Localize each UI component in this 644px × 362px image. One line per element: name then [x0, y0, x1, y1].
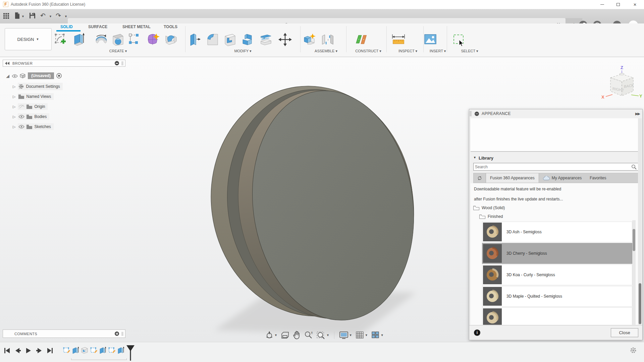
appearance-header[interactable]: APPEARANCE ▶▶ [469, 109, 642, 118]
zoom-tool-icon[interactable]: ± [304, 331, 313, 340]
maximize-button[interactable] [610, 0, 626, 9]
pan-tool-icon[interactable] [293, 331, 301, 340]
orbit-tool-icon[interactable]: ▼ [265, 331, 277, 340]
timeline-feature-extrude2[interactable] [99, 346, 107, 354]
timeline-feature-box[interactable] [80, 346, 89, 354]
measure-tool-icon[interactable] [392, 32, 405, 47]
refresh-library-icon[interactable] [474, 173, 486, 183]
workspace-selector[interactable]: DESIGN ▼ [5, 28, 52, 50]
save-icon[interactable] [30, 13, 35, 20]
browser-item-named-views[interactable]: ▷ Named Views [13, 93, 54, 101]
offset-face-tool-icon[interactable] [259, 32, 272, 47]
timeline-play-button[interactable] [25, 347, 32, 356]
tab-surface[interactable]: SURFACE [88, 24, 107, 29]
group-label-assemble[interactable]: ASSEMBLE ▾ [315, 49, 337, 53]
browser-root-row[interactable]: ◢ (Unsaved) [6, 72, 62, 80]
browser-panel-header[interactable]: BROWSER [3, 60, 125, 67]
grid-snap-caret[interactable]: ▼ [365, 334, 368, 337]
fit-view-tool-icon[interactable]: ▼ [316, 331, 329, 340]
browser-item-bodies[interactable]: ▷ Bodies [13, 113, 49, 121]
group-label-insert[interactable]: INSERT ▾ [430, 49, 446, 53]
close-dialog-button[interactable]: Close [611, 328, 638, 337]
timeline-feature-sketch3[interactable] [108, 346, 116, 354]
eye-hidden-icon[interactable] [18, 105, 24, 109]
look-at-tool-icon[interactable] [281, 331, 289, 339]
file-menu-icon[interactable] [15, 12, 20, 20]
fillet-tool-icon[interactable] [206, 32, 219, 47]
dock-panel-icon[interactable]: ▶▶ [635, 112, 640, 116]
visibility-eye-icon[interactable] [18, 125, 24, 129]
viewports-caret[interactable]: ▼ [381, 334, 384, 337]
comments-grip-handle[interactable] [122, 332, 123, 336]
visibility-eye-icon[interactable] [18, 115, 24, 119]
extrude-tool-icon[interactable] [72, 32, 86, 47]
form-tool-icon[interactable] [146, 32, 160, 47]
revolve-tool-icon[interactable] [95, 32, 108, 47]
browser-item-origin[interactable]: ▷ Origin [13, 103, 48, 111]
tab-fusion-appearances[interactable]: Fusion 360 Appearances [486, 173, 539, 183]
move-tool-icon[interactable] [278, 32, 292, 47]
grid-snap-icon[interactable]: ▼ [356, 331, 368, 339]
browser-item-document-settings[interactable]: ▷ Document Settings [13, 82, 63, 90]
timeline-go-to-start-button[interactable] [3, 347, 11, 356]
redo-caret[interactable]: ▼ [64, 15, 67, 18]
browser-item-sketches[interactable]: ▷ Sketches [13, 123, 54, 131]
library-collapse-caret[interactable]: ▼ [473, 156, 476, 159]
orbit-caret[interactable]: ▼ [274, 334, 277, 337]
search-icon[interactable] [631, 164, 637, 171]
fit-view-caret[interactable]: ▼ [326, 334, 329, 337]
display-settings-caret[interactable]: ▼ [349, 334, 352, 337]
expand-arrow-icon[interactable]: ▷ [13, 95, 15, 99]
tab-sheet-metal[interactable]: SHEET METAL [122, 24, 151, 29]
display-settings-icon[interactable]: ▼ [339, 331, 352, 339]
insert-image-tool-icon[interactable] [424, 32, 437, 47]
create-sketch-tool-icon[interactable] [54, 32, 67, 47]
redo-icon[interactable]: ↷ [56, 12, 61, 19]
viewports-icon[interactable]: ▼ [371, 331, 384, 339]
folder-wood-solid[interactable]: Wood (Solid) [473, 205, 505, 210]
add-comment-icon[interactable] [115, 331, 119, 336]
press-pull-tool-icon[interactable] [188, 32, 201, 47]
component-active-icon[interactable]: ◢ [6, 73, 9, 78]
search-box[interactable] [473, 163, 638, 171]
shell-tool-icon[interactable] [223, 32, 237, 47]
comments-panel-header[interactable]: COMMENTS [3, 329, 125, 338]
timeline-step-forward-button[interactable] [36, 347, 43, 356]
combine-tool-icon[interactable] [241, 32, 255, 47]
root-component-name[interactable]: (Unsaved) [28, 72, 54, 79]
activate-radio-icon[interactable] [56, 73, 62, 78]
group-label-create[interactable]: CREATE ▾ [109, 49, 127, 53]
visibility-eye-icon[interactable] [12, 74, 17, 78]
hole-tool-icon[interactable] [111, 32, 125, 47]
folder-finished[interactable]: Finished [479, 214, 503, 219]
panel-scrollbar[interactable] [638, 118, 642, 325]
expand-arrow-icon[interactable]: ▷ [13, 115, 15, 119]
material-row-ash[interactable]: 3D Ash - Semigloss [482, 222, 632, 242]
file-menu-caret[interactable]: ▼ [21, 15, 24, 18]
timeline-step-back-button[interactable] [14, 347, 21, 356]
app-grid-icon[interactable] [3, 13, 9, 20]
construct-plane-tool-icon[interactable] [355, 32, 368, 47]
material-row-koa[interactable]: 3D Koa - Curly - Semigloss [482, 264, 632, 285]
joint-tool-icon[interactable] [321, 32, 334, 47]
timeline-settings-gear-icon[interactable] [630, 347, 637, 355]
tab-my-appearances[interactable]: My Appearances [539, 173, 586, 183]
timeline-feature-extrude3[interactable] [117, 346, 125, 354]
timeline-position-marker[interactable] [126, 345, 135, 362]
group-label-select[interactable]: SELECT ▾ [461, 49, 478, 53]
material-row-partial[interactable] [482, 307, 632, 325]
browser-collapse-all-icon[interactable] [115, 61, 119, 65]
undo-icon[interactable]: ↶ [40, 12, 46, 19]
expand-arrow-icon[interactable]: ▷ [13, 105, 15, 109]
timeline-go-to-end-button[interactable] [46, 347, 54, 356]
sculpt-tool-icon[interactable] [164, 32, 178, 47]
group-label-inspect[interactable]: INSPECT ▾ [398, 49, 417, 53]
tab-favorites[interactable]: Favorites [586, 173, 610, 183]
viewcube[interactable]: Z X Y RIGHT BACK [600, 64, 644, 105]
close-window-button[interactable]: ✕ [627, 0, 643, 9]
expand-arrow-icon[interactable]: ▷ [13, 125, 15, 129]
group-label-modify[interactable]: MODIFY ▾ [234, 49, 251, 53]
undo-caret[interactable]: ▼ [49, 15, 52, 18]
timeline-feature-extrude1[interactable] [71, 346, 79, 354]
timeline-feature-sketch2[interactable] [90, 346, 98, 354]
